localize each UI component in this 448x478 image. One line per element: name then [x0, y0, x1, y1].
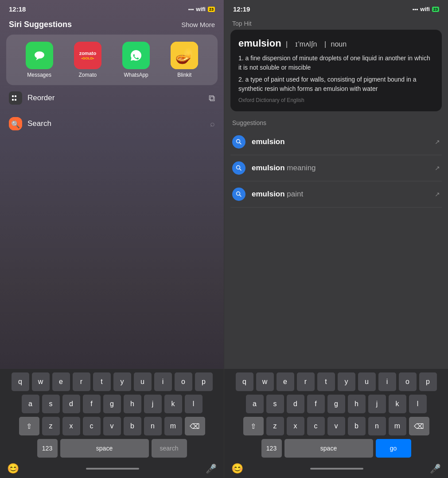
right-status-bar: 12:19 ▪▪▪ wifi 23 [224, 0, 448, 16]
suggestion-text-1: emulsion [252, 137, 429, 146]
key-x[interactable]: x [62, 417, 80, 435]
suggestion-row-1[interactable]: emulsion ↗ [230, 129, 442, 155]
dictionary-card[interactable]: emulsion | ɪˈmʌlʃn | noun 1. a fine disp… [230, 30, 442, 111]
app-zomato[interactable]: zomato •GOLD• Zomato [74, 42, 101, 78]
right-key-a[interactable]: a [246, 395, 264, 413]
key-e[interactable]: e [52, 372, 70, 391]
right-key-w[interactable]: w [256, 372, 274, 391]
right-key-r[interactable]: r [297, 372, 315, 391]
right-key-g[interactable]: g [327, 395, 345, 413]
right-mic-button[interactable]: 🎤 [430, 463, 441, 474]
suggestions-label: Suggestions [230, 115, 442, 129]
reorder-copy-icon: ⧉ [209, 93, 215, 103]
left-emoji-button[interactable]: 😊 [7, 463, 19, 474]
left-wifi-icon: wifi [196, 6, 206, 12]
right-key-k[interactable]: k [389, 395, 406, 413]
left-shift-key[interactable]: ⇧ [19, 417, 39, 435]
right-key-i[interactable]: i [378, 372, 396, 391]
key-m[interactable]: m [164, 417, 182, 435]
right-key-x[interactable]: x [287, 417, 304, 435]
left-space-key[interactable]: space [60, 439, 149, 458]
right-key-b[interactable]: b [348, 417, 366, 435]
right-key-y[interactable]: y [338, 372, 355, 391]
suggestion-row-3[interactable]: emulsion paint ↗ [230, 181, 442, 208]
suggestion-search-icon-2 [232, 161, 245, 175]
key-r[interactable]: r [73, 372, 90, 391]
right-key-f[interactable]: f [307, 395, 325, 413]
right-key-s[interactable]: s [266, 395, 284, 413]
dict-pos: noun [331, 40, 347, 48]
reorder-row[interactable]: Reorder ⧉ [0, 85, 224, 111]
key-a[interactable]: a [22, 395, 39, 413]
right-go-key[interactable]: go [376, 439, 411, 458]
key-i[interactable]: i [154, 372, 172, 391]
right-space-key[interactable]: space [284, 439, 373, 458]
zomato-label: Zomato [79, 72, 97, 78]
suggestion-row-2[interactable]: emulsion meaning ↗ [230, 155, 442, 181]
suggestion-search-icon-3 [232, 188, 245, 201]
key-t[interactable]: t [93, 372, 111, 391]
key-n[interactable]: n [144, 417, 162, 435]
dict-header: emulsion | ɪˈmʌlʃn | noun [238, 38, 434, 49]
right-shift-key[interactable]: ⇧ [243, 417, 264, 435]
right-key-v[interactable]: v [327, 417, 345, 435]
key-y[interactable]: y [113, 372, 131, 391]
right-key-d[interactable]: d [287, 395, 304, 413]
right-key-o[interactable]: o [399, 372, 417, 391]
right-key-q[interactable]: q [236, 372, 253, 391]
key-s[interactable]: s [42, 395, 60, 413]
top-hit-label: Top Hit [230, 20, 442, 27]
right-battery: 23 [432, 7, 439, 12]
dict-phonetic: ɪˈmʌlʃn [295, 40, 317, 48]
app-messages[interactable]: Messages [26, 42, 53, 78]
key-o[interactable]: o [175, 372, 192, 391]
right-key-u[interactable]: u [358, 372, 376, 391]
right-key-j[interactable]: j [368, 395, 386, 413]
reorder-label: Reorder [27, 94, 203, 102]
search-row[interactable]: 🔍 Search ⌕ [0, 111, 224, 137]
left-show-more-button[interactable]: Show More [181, 21, 215, 28]
right-key-e[interactable]: e [277, 372, 294, 391]
key-w[interactable]: w [32, 372, 50, 391]
blinkit-icon: 🪔 [171, 42, 198, 69]
key-u[interactable]: u [134, 372, 152, 391]
key-k[interactable]: k [164, 395, 182, 413]
left-keyboard-row-3: ⇧ z x c v b n m ⌫ [2, 417, 222, 435]
key-z[interactable]: z [42, 417, 60, 435]
whatsapp-label: WhatsApp [124, 72, 148, 78]
key-p[interactable]: p [195, 372, 213, 391]
right-keyboard-row-1: q w e r t y u i o p [226, 372, 446, 391]
left-backspace-key[interactable]: ⌫ [185, 417, 205, 435]
app-blinkit[interactable]: 🪔 Blinkit [171, 42, 198, 78]
search-row-label: Search [27, 119, 205, 128]
key-d[interactable]: d [62, 395, 80, 413]
key-b[interactable]: b [124, 417, 141, 435]
left-num-key[interactable]: 123 [37, 439, 58, 458]
left-mic-button[interactable]: 🎤 [206, 463, 217, 474]
suggestion-text-3: emulsion paint [252, 190, 429, 199]
siri-title: Siri Suggestions [9, 20, 72, 29]
right-num-key[interactable]: 123 [261, 439, 282, 458]
right-backspace-key[interactable]: ⌫ [409, 417, 429, 435]
key-l[interactable]: l [185, 395, 203, 413]
right-key-t[interactable]: t [317, 372, 335, 391]
right-key-h[interactable]: h [348, 395, 366, 413]
key-g[interactable]: g [103, 395, 121, 413]
right-key-m[interactable]: m [389, 417, 406, 435]
right-key-c[interactable]: c [307, 417, 325, 435]
key-q[interactable]: q [12, 372, 29, 391]
right-key-p[interactable]: p [419, 372, 437, 391]
right-key-z[interactable]: z [266, 417, 284, 435]
right-key-n[interactable]: n [368, 417, 386, 435]
suggestion-text-2: emulsion meaning [252, 164, 429, 172]
left-search-key[interactable]: search [152, 439, 187, 458]
app-whatsapp[interactable]: WhatsApp [122, 42, 150, 78]
key-h[interactable]: h [124, 395, 141, 413]
key-f[interactable]: f [83, 395, 101, 413]
key-j[interactable]: j [144, 395, 162, 413]
left-keyboard: q w e r t y u i o p a s d f g h j k l ⇧ … [0, 369, 224, 478]
key-c[interactable]: c [83, 417, 101, 435]
right-emoji-button[interactable]: 😊 [231, 463, 243, 474]
key-v[interactable]: v [103, 417, 121, 435]
right-key-l[interactable]: l [409, 395, 427, 413]
